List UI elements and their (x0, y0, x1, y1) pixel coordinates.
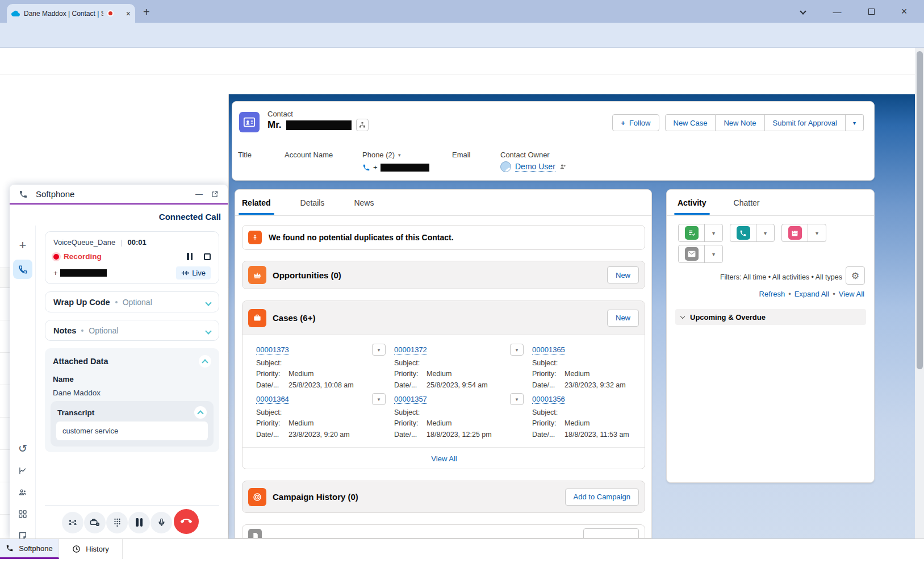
more-actions-dropdown[interactable]: ▾ (846, 114, 864, 131)
salesforce-favicon-icon (11, 10, 20, 16)
case-menu-button[interactable]: ▾ (510, 393, 524, 405)
activity-view-all-link[interactable]: View All (839, 290, 864, 298)
case-date: 23/8/2023, 9:32 am (565, 381, 626, 389)
follow-button[interactable]: +Follow (612, 114, 659, 131)
attached-chevron-up-icon[interactable] (199, 355, 211, 368)
campaign-title[interactable]: Campaign History (0) (273, 492, 358, 502)
rail-contacts-icon[interactable] (13, 482, 32, 502)
new-case-button[interactable]: New Case (665, 114, 716, 131)
event-caret-icon: ▾ (808, 224, 826, 241)
call-status: Connected Call (159, 212, 221, 222)
dock-history-tab[interactable]: History (59, 539, 123, 559)
case-link[interactable]: 00001372 (394, 345, 427, 354)
case-menu-button[interactable]: ▾ (372, 393, 386, 405)
call-queue-name: VoiceQueue_Dane (53, 238, 115, 247)
tab-title: Dane Maddox | Contact | Sal (24, 10, 103, 18)
follow-plus-icon: + (621, 119, 625, 127)
field-account-label: Account Name (285, 151, 333, 159)
browser-tab[interactable]: Dane Maddox | Contact | Sal × (7, 4, 135, 23)
dialpad-button[interactable] (106, 512, 128, 533)
mute-button[interactable] (150, 512, 172, 533)
email-action[interactable]: ▾ (678, 245, 723, 263)
case-link[interactable]: 00001373 (256, 345, 289, 354)
window-minimize-button[interactable]: — (824, 0, 850, 23)
softphone-minimize-icon[interactable]: — (195, 190, 203, 198)
tab-chatter[interactable]: Chatter (734, 198, 760, 207)
new-note-button[interactable]: New Note (716, 114, 764, 131)
new-task-action[interactable]: ▾ (678, 224, 723, 242)
submit-for-approval-button[interactable]: Submit for Approval (765, 114, 846, 131)
tab-news[interactable]: News (354, 198, 374, 207)
transcript-label: Transcript (57, 408, 94, 417)
notes-chevron-down-icon (206, 326, 211, 336)
case-link[interactable]: 00001356 (532, 395, 565, 404)
change-owner-icon[interactable] (559, 163, 567, 170)
pause-recording-icon[interactable] (187, 253, 193, 260)
stop-recording-icon[interactable] (204, 253, 211, 260)
rail-history-icon[interactable]: ↺ (13, 439, 32, 458)
upcoming-overdue-section[interactable]: Upcoming & Overdue (675, 309, 866, 325)
expand-all-link[interactable]: Expand All (795, 290, 829, 298)
page-scrollbar[interactable] (915, 48, 924, 559)
cases-new-button[interactable]: New (607, 310, 639, 327)
case-menu-button[interactable]: ▾ (372, 344, 386, 356)
opportunities-title[interactable]: Opportunities (0) (273, 270, 341, 280)
case-priority: Medium (565, 370, 589, 378)
field-phone-value[interactable]: + (362, 163, 429, 172)
opportunities-new-button[interactable]: New (607, 266, 639, 283)
softphone-popout-icon[interactable] (211, 190, 219, 198)
case-tile: 00001373▾ Subject: Priority:Medium Date/… (256, 344, 386, 389)
case-link[interactable]: 00001365 (532, 345, 565, 354)
contact-name-redaction (286, 120, 352, 130)
hold-button[interactable] (128, 512, 150, 533)
end-call-button[interactable] (174, 509, 199, 534)
transcript-chevron-up-icon[interactable] (194, 406, 207, 419)
browser-toolbar: ← → ↻ lightning.force.com/lightning/r/Co… (0, 23, 924, 48)
tab-activity[interactable]: Activity (678, 198, 706, 207)
attached-data-title: Attached Data (53, 357, 108, 366)
scrollbar-thumb[interactable] (917, 51, 923, 369)
record-detail-card: Related Details News We found no potenti… (235, 189, 652, 539)
owner-link[interactable]: Demo User (515, 162, 555, 172)
new-tab-button[interactable]: + (143, 6, 150, 19)
refresh-link[interactable]: Refresh (759, 290, 785, 298)
conference-button[interactable] (62, 512, 83, 533)
rail-apps-grid-icon[interactable] (13, 504, 32, 524)
tab-related[interactable]: Related (242, 198, 271, 207)
field-phone-label[interactable]: Phone (2) ▾ (362, 151, 401, 159)
tab-details[interactable]: Details (300, 198, 325, 207)
window-chevron-icon[interactable] (790, 0, 816, 23)
transfer-button[interactable] (84, 512, 106, 533)
cases-title[interactable]: Cases (6+) (273, 313, 315, 323)
case-link[interactable]: 00001357 (394, 395, 427, 404)
email-icon (685, 247, 699, 261)
console-nav: Service Console Cases ▾ Cont... ▾ × (0, 74, 924, 94)
call-timer: 00:01 (128, 238, 147, 247)
case-date: 23/8/2023, 9:20 am (289, 431, 350, 439)
case-link[interactable]: 00001364 (256, 395, 289, 404)
window-maximize-button[interactable] (858, 0, 884, 23)
activity-settings-gear-icon[interactable]: ⚙ (846, 266, 865, 285)
add-to-campaign-button[interactable]: Add to Campaign (565, 489, 639, 506)
partial-card-button[interactable] (583, 528, 639, 539)
tab-close-icon[interactable]: × (126, 9, 131, 18)
phone-redaction (381, 164, 429, 172)
new-event-action[interactable]: ▾ (781, 224, 826, 242)
cases-view-all-link[interactable]: View All (431, 454, 457, 463)
dock-softphone-tab[interactable]: Softphone (0, 539, 59, 559)
field-title-label: Title (238, 151, 252, 159)
notes-section[interactable]: Notes Optional (45, 320, 219, 341)
wrap-up-code-section[interactable]: Wrap Up Code Optional (45, 291, 219, 312)
case-date: 18/8/2023, 11:53 am (565, 431, 629, 439)
case-date: 25/8/2023, 9:54 am (427, 381, 488, 389)
opportunities-icon (248, 266, 266, 284)
case-menu-button[interactable]: ▾ (510, 344, 524, 356)
log-call-action[interactable]: ▾ (730, 224, 775, 242)
rail-phone-icon[interactable] (13, 260, 32, 279)
hierarchy-button[interactable] (356, 119, 369, 131)
transcript-value[interactable]: customer service (56, 422, 208, 440)
rail-analytics-icon[interactable] (13, 461, 32, 480)
rail-add-icon[interactable]: + (13, 236, 32, 255)
partial-related-card (242, 524, 645, 539)
window-close-button[interactable]: × (891, 0, 917, 23)
